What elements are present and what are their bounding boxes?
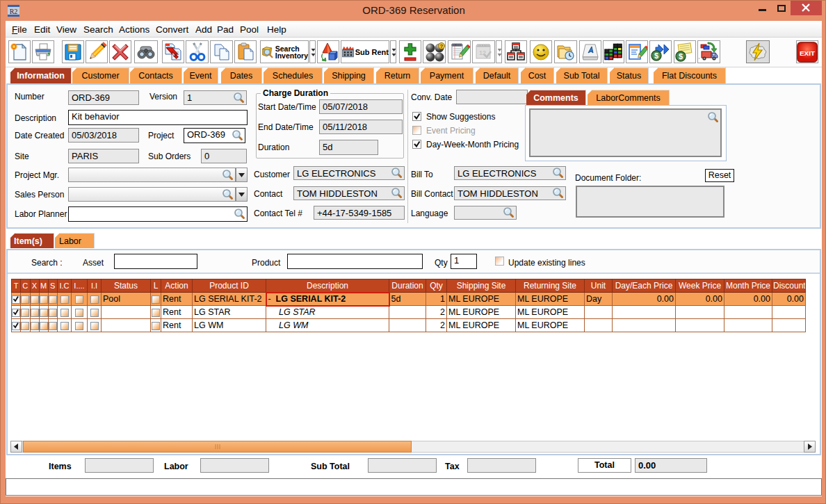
svg-text:?: ? — [439, 43, 443, 49]
svg-text:$: $ — [679, 52, 683, 60]
svg-text:$: $ — [654, 51, 658, 60]
svg-text:EXIT: EXIT — [800, 49, 815, 56]
